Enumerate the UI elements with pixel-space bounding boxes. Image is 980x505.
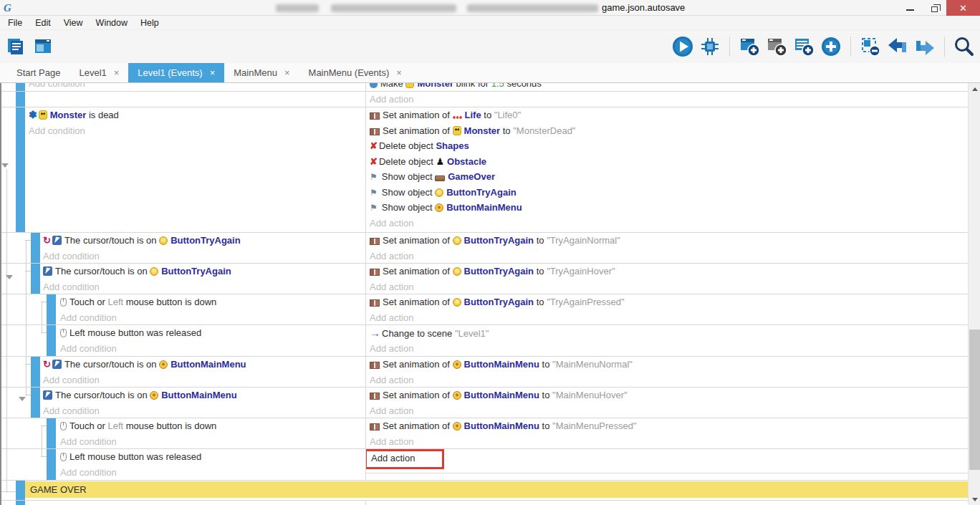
add-scene-icon[interactable] [738,35,761,58]
minimize-button[interactable] [898,0,922,16]
add-external-layout-icon[interactable] [792,35,815,58]
action-row[interactable]: Add action [370,449,980,465]
condition-row[interactable]: The cursor/touch is on ButtonTryAgain [43,264,365,279]
action-row[interactable]: Set animation of ButtonTryAgain to "TryA… [370,233,980,249]
collapse-chevron-icon[interactable] [1,163,9,168]
add-condition-button[interactable]: Add condition [43,279,365,294]
event-selection-bar[interactable] [31,357,40,387]
event-selection-bar[interactable] [47,325,56,356]
event-selection-bar[interactable] [16,83,25,91]
redo-icon[interactable] [913,35,936,58]
highlighted-add-action[interactable]: Add action [366,449,444,469]
condition-row[interactable]: Left mouse button was released [60,325,365,341]
action-row[interactable]: Set animation of ButtonMainMenu to "Main… [370,388,980,403]
menu-item-help[interactable]: Help [134,16,165,30]
editor-window-icon[interactable] [32,35,54,58]
add-action-button[interactable]: Add action [370,310,980,325]
action-row[interactable]: Show object ButtonTryAgain [370,185,980,201]
event-selection-bar[interactable] [31,233,40,263]
add-condition-button[interactable]: Add condition [29,123,365,139]
action-row[interactable]: Set animation of ButtonMainMenu to "Main… [370,357,980,372]
scroll-down-button[interactable] [969,494,980,505]
undo-icon[interactable] [886,35,909,58]
tab-close-icon[interactable]: × [284,68,290,77]
action-row[interactable]: Show object GameOver [370,169,980,185]
text-segment: Add condition [29,83,85,89]
tab-mainmenu[interactable]: MainMenu× [224,63,299,82]
event-selection-bar[interactable] [16,501,25,505]
event-selection-bar[interactable] [16,107,25,232]
search-icon[interactable] [953,35,976,58]
close-button[interactable]: ✕ [946,0,980,16]
action-row[interactable]: Make Monster blink for 1.5 seconds [370,83,980,91]
add-condition-button[interactable]: Add condition [60,434,365,449]
action-row[interactable]: Set animation of Monster to "MonsterDead… [370,123,980,139]
add-action-button[interactable]: Add action [370,434,980,449]
add-condition-button[interactable]: Add condition [43,372,365,388]
add-external-events-icon[interactable] [765,35,788,58]
add-condition-button[interactable]: Add condition [43,249,365,264]
tab-start-page[interactable]: Start Page [7,63,69,82]
add-condition-button[interactable]: Add condition [60,465,365,481]
action-row[interactable]: Delete object Obstacle [370,154,980,170]
action-row[interactable]: Set animation of ButtonTryAgain to "TryA… [370,264,980,279]
condition-row[interactable]: The cursor/touch is on ButtonTryAgain [43,233,365,249]
tab-mainmenu-events-[interactable]: MainMenu (Events)× [299,63,411,82]
preview-play-icon[interactable] [671,35,694,58]
add-condition-button[interactable]: Add condition [43,403,365,418]
action-row[interactable]: Set animation of ButtonMainMenu to "Main… [370,418,980,434]
add-action-button[interactable]: Add action [370,341,980,357]
event-selection-bar[interactable] [16,92,25,107]
remove-selection-icon[interactable] [859,35,882,58]
event-actions: Change to scene "Level1"Add action [366,325,980,356]
action-row[interactable]: Set animation of ButtonTryAgain to "TryA… [370,294,980,310]
add-action-button[interactable]: Add action [370,279,980,294]
text-segment: Monster [50,110,87,120]
collapse-chevron-icon[interactable] [6,275,13,279]
add-action-button[interactable]: Add action [370,372,980,388]
condition-row[interactable]: Touch or Left mouse button is down [60,418,365,434]
event-selection-bar[interactable] [47,418,56,448]
menu-item-edit[interactable]: Edit [29,16,57,30]
condition-row[interactable]: The cursor/touch is on ButtonMainMenu [43,357,365,372]
condition-row[interactable]: Touch or Left mouse button is down [60,294,365,310]
event-selection-bar[interactable] [47,449,56,480]
event-selection-bar[interactable] [31,264,40,294]
tab-level1[interactable]: Level1× [69,63,128,82]
comment-event[interactable]: GAME OVER [25,481,976,498]
tab-close-icon[interactable]: × [210,68,216,77]
tab-close-icon[interactable]: × [114,68,120,77]
project-documents-icon[interactable] [4,35,27,58]
add-new-icon[interactable] [820,35,842,58]
menu-item-file[interactable]: File [1,16,29,30]
menu-item-view[interactable]: View [57,16,90,30]
tab-close-icon[interactable]: × [396,68,402,77]
collapse-chevron-icon[interactable] [19,397,26,401]
action-row[interactable]: Change to scene "Level1" [370,325,980,341]
text-segment: to [539,420,552,431]
add-action-button[interactable]: Add action [370,92,980,107]
add-condition-button[interactable]: Add condition [60,310,365,325]
add-action-button[interactable]: Add action [370,249,980,264]
condition-row[interactable]: Left mouse button was released [60,449,365,465]
add-action-button[interactable]: Add action [370,216,980,231]
action-row[interactable]: Set animation of Life to "Life0" [370,107,980,123]
condition-row[interactable]: The cursor/touch is on ButtonMainMenu [43,388,365,403]
vertical-scrollbar[interactable] [968,83,980,505]
action-row[interactable]: Show object ButtonMainMenu [370,200,980,216]
tab-level1-events-[interactable]: Level1 (Events)× [128,63,224,82]
menu-item-window[interactable]: Window [90,16,134,30]
condition-row[interactable]: Monster is dead [29,107,365,123]
restore-button[interactable] [922,0,946,16]
text-segment: ButtonMainMenu [464,420,539,431]
action-row[interactable]: Delete object Shapes [370,138,980,154]
add-condition-button[interactable]: Add condition [29,83,365,91]
add-condition-button[interactable]: Add condition [60,341,365,357]
debugger-icon[interactable] [698,35,721,58]
scroll-up-button[interactable] [969,83,980,95]
add-action-button[interactable]: Add action [370,403,980,418]
scrollbar-thumb[interactable] [969,330,980,470]
event-selection-bar[interactable] [47,294,56,324]
event-selection-bar[interactable] [16,481,25,500]
event-selection-bar[interactable] [31,388,40,418]
